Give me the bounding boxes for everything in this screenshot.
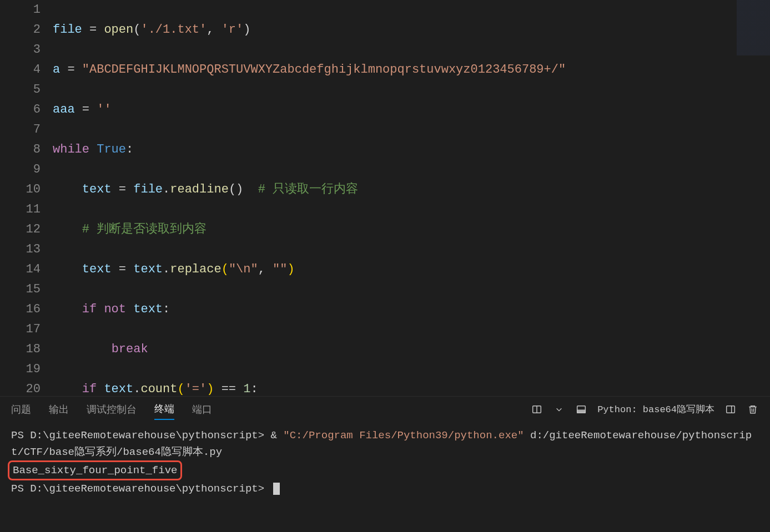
line-number: 4 [0,60,41,80]
line-number: 15 [0,280,41,300]
ampersand: & [271,429,284,442]
line-number: 11 [0,200,41,220]
line-number: 10 [0,180,41,200]
minimap[interactable] [737,0,770,55]
line-number: 20 [0,379,41,396]
terminal-output[interactable]: PS D:\giteeRemotewarehouse\pythonscript>… [0,422,770,532]
line-number: 7 [0,120,41,140]
code-line: file = open('./1.txt', 'r') [53,20,770,40]
trash-icon[interactable] [747,403,759,416]
line-number: 9 [0,160,41,180]
code-line: if text.count('=') == 1: [53,379,770,396]
split-terminal-icon[interactable] [531,403,543,416]
editor-area: 1 2 3 4 5 6 7 8 9 10 11 12 13 14 15 16 1… [0,0,770,396]
code-line: a = "ABCDEFGHIJKLMNOPQRSTUVWXYZabcdefghi… [53,60,770,80]
prompt-gt: > [258,429,271,442]
code-line: if not text: [53,300,770,320]
prompt-gt: > [258,483,271,495]
tab-problems[interactable]: 问题 [11,399,31,419]
line-number: 13 [0,240,41,260]
line-number: 18 [0,340,41,359]
layout-panel-icon[interactable] [575,403,587,416]
terminal-cursor [273,483,280,495]
panel-tabs: 问题 输出 调试控制台 终端 端口 Python: base64隐写脚本 [0,397,770,422]
line-number: 16 [0,300,41,320]
ps-prefix: PS [11,483,30,495]
line-number: 8 [0,140,41,160]
cwd-path: D:\giteeRemotewarehouse\pythonscript [30,483,258,495]
code-editor[interactable]: file = open('./1.txt', 'r') a = "ABCDEFG… [53,0,770,396]
code-line: text = file.readline() # 只读取一行内容 [53,180,770,200]
line-number: 3 [0,40,41,60]
panel-actions: Python: base64隐写脚本 [531,403,759,416]
cwd-path: D:\giteeRemotewarehouse\pythonscript [30,429,258,442]
chevron-down-icon[interactable] [553,403,565,416]
line-number: 1 [0,0,41,20]
code-line: aaa = '' [53,100,770,120]
code-line: # 判断是否读取到内容 [53,220,770,240]
svg-rect-3 [577,410,586,413]
bottom-panel: 问题 输出 调试控制台 终端 端口 Python: base64隐写脚本 PS … [0,396,770,532]
line-number: 17 [0,320,41,340]
layout-side-icon[interactable] [724,403,737,416]
line-number: 6 [0,100,41,120]
line-gutter: 1 2 3 4 5 6 7 8 9 10 11 12 13 14 15 16 1… [0,0,53,396]
line-number: 14 [0,260,41,280]
tab-debug-console[interactable]: 调试控制台 [87,399,137,419]
python-exe-path: "C:/Program Files/Python39/python.exe" [283,429,524,442]
highlighted-output: Base_sixty_four_point_five [8,460,182,480]
code-line: text = text.replace("\n", "") [53,260,770,280]
line-number: 5 [0,80,41,100]
tab-terminal[interactable]: 终端 [154,399,174,420]
ps-prefix: PS [11,429,30,442]
tab-output[interactable]: 输出 [49,399,69,419]
code-line: break [53,340,770,359]
terminal-profile-label[interactable]: Python: base64隐写脚本 [597,403,714,416]
line-number: 2 [0,20,41,40]
line-number: 12 [0,220,41,240]
code-line: while True: [53,140,770,160]
line-number: 19 [0,359,41,379]
tab-ports[interactable]: 端口 [192,399,212,419]
